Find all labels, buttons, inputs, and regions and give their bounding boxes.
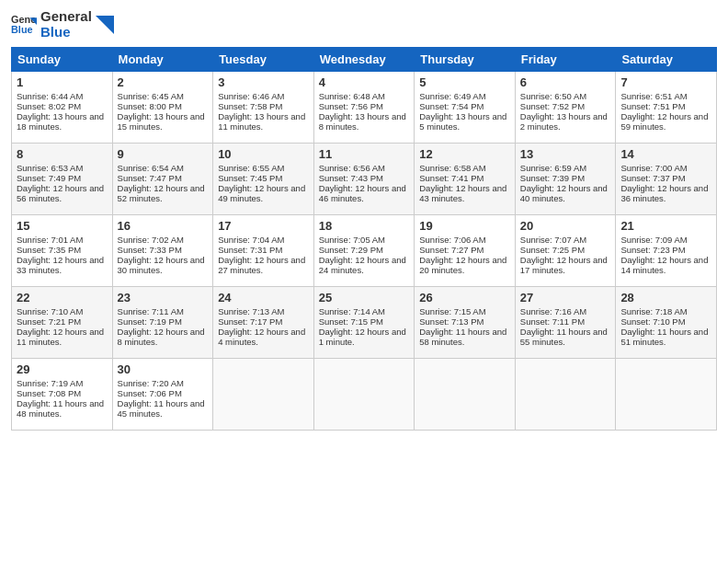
svg-text:Blue: Blue [11,24,33,35]
day-info: Sunset: 7:13 PM [419,316,510,327]
day-cell: 10Sunrise: 6:55 AMSunset: 7:45 PMDayligh… [213,144,314,215]
header: General Blue General Blue [11,9,717,40]
day-cell: 28Sunrise: 7:18 AMSunset: 7:10 PMDayligh… [616,287,717,359]
day-info: Sunset: 8:00 PM [118,101,209,111]
day-info: Sunset: 7:47 PM [118,173,209,183]
day-info: Daylight: 12 hours and 59 minutes. [620,111,711,132]
day-info: Daylight: 12 hours and 11 minutes. [17,327,108,347]
day-info: Daylight: 12 hours and 8 minutes. [118,327,209,347]
header-row: SundayMondayTuesdayWednesdayThursdayFrid… [12,48,717,72]
day-cell [313,359,415,431]
logo-blue: Blue [40,25,92,40]
day-info: Sunrise: 6:48 AM [319,91,410,101]
day-info: Sunset: 7:51 PM [620,101,711,111]
day-cell: 3Sunrise: 6:46 AMSunset: 7:58 PMDaylight… [213,72,314,144]
day-info: Sunrise: 7:01 AM [17,235,108,245]
day-info: Sunset: 7:52 PM [520,101,611,111]
day-info: Daylight: 13 hours and 2 minutes. [520,111,611,132]
logo-general: General [40,9,92,25]
day-info: Daylight: 12 hours and 30 minutes. [118,255,209,275]
col-header-saturday: Saturday [616,48,717,72]
day-number: 6 [520,75,611,89]
day-info: Sunset: 7:58 PM [218,101,309,111]
day-info: Sunrise: 7:05 AM [319,235,410,245]
day-info: Daylight: 11 hours and 48 minutes. [17,398,108,419]
day-number: 13 [520,147,611,161]
day-info: Sunset: 7:25 PM [520,245,611,255]
day-info: Sunset: 7:08 PM [17,388,108,398]
logo: General Blue General Blue [11,9,114,40]
day-number: 12 [419,147,510,161]
day-info: Sunrise: 6:55 AM [218,163,309,173]
day-info: Sunrise: 6:49 AM [419,91,510,101]
day-info: Sunset: 7:49 PM [17,173,108,183]
day-info: Sunset: 7:29 PM [319,245,410,255]
day-cell: 14Sunrise: 7:00 AMSunset: 7:37 PMDayligh… [616,144,717,215]
day-info: Sunrise: 7:06 AM [419,235,510,245]
day-number: 3 [218,75,309,89]
day-cell: 17Sunrise: 7:04 AMSunset: 7:31 PMDayligh… [213,215,314,287]
day-cell [415,359,516,431]
day-info: Daylight: 12 hours and 33 minutes. [17,255,108,275]
day-number: 20 [520,219,611,233]
day-info: Daylight: 12 hours and 20 minutes. [419,255,510,275]
day-cell: 5Sunrise: 6:49 AMSunset: 7:54 PMDaylight… [415,72,516,144]
day-cell: 30Sunrise: 7:20 AMSunset: 7:06 PMDayligh… [112,359,213,431]
day-info: Daylight: 12 hours and 17 minutes. [520,255,611,275]
day-info: Sunrise: 7:19 AM [17,378,108,388]
day-info: Sunrise: 6:45 AM [118,91,209,101]
week-row-3: 15Sunrise: 7:01 AMSunset: 7:35 PMDayligh… [12,215,717,287]
day-cell: 18Sunrise: 7:05 AMSunset: 7:29 PMDayligh… [313,215,415,287]
day-info: Sunrise: 6:46 AM [218,91,309,101]
day-info: Sunrise: 6:54 AM [118,163,209,173]
day-number: 17 [218,219,309,233]
day-info: Sunrise: 7:04 AM [218,235,309,245]
day-number: 15 [17,219,108,233]
day-info: Sunset: 7:33 PM [118,245,209,255]
col-header-friday: Friday [515,48,616,72]
day-info: Sunrise: 6:59 AM [520,163,611,173]
day-number: 16 [118,219,209,233]
day-info: Daylight: 11 hours and 58 minutes. [419,327,510,347]
col-header-sunday: Sunday [12,48,113,72]
day-cell: 11Sunrise: 6:56 AMSunset: 7:43 PMDayligh… [313,144,415,215]
day-number: 4 [319,75,410,89]
day-info: Sunrise: 6:50 AM [520,91,611,101]
day-number: 11 [319,147,410,161]
day-info: Daylight: 13 hours and 18 minutes. [17,111,108,132]
day-number: 22 [17,291,108,304]
day-cell [515,359,616,431]
day-cell: 25Sunrise: 7:14 AMSunset: 7:15 PMDayligh… [313,287,415,359]
day-info: Daylight: 12 hours and 40 minutes. [520,183,611,203]
day-info: Sunset: 7:31 PM [218,245,309,255]
day-cell: 1Sunrise: 6:44 AMSunset: 8:02 PMDaylight… [12,72,113,144]
day-info: Sunset: 7:35 PM [17,245,108,255]
day-info: Sunrise: 7:00 AM [620,163,711,173]
day-info: Sunset: 7:45 PM [218,173,309,183]
day-info: Daylight: 11 hours and 55 minutes. [520,327,611,347]
day-number: 5 [419,75,510,89]
day-info: Sunset: 7:54 PM [419,101,510,111]
day-cell: 15Sunrise: 7:01 AMSunset: 7:35 PMDayligh… [12,215,113,287]
day-info: Daylight: 12 hours and 56 minutes. [17,183,108,203]
day-number: 1 [17,75,108,89]
day-info: Sunset: 7:17 PM [218,316,309,327]
day-info: Sunrise: 7:14 AM [319,306,410,316]
day-cell: 4Sunrise: 6:48 AMSunset: 7:56 PMDaylight… [313,72,415,144]
day-info: Sunset: 7:21 PM [17,316,108,327]
day-cell: 16Sunrise: 7:02 AMSunset: 7:33 PMDayligh… [112,215,213,287]
day-cell: 13Sunrise: 6:59 AMSunset: 7:39 PMDayligh… [515,144,616,215]
col-header-monday: Monday [112,48,213,72]
day-info: Sunset: 7:56 PM [319,101,410,111]
day-info: Sunset: 7:41 PM [419,173,510,183]
day-cell [616,359,717,431]
day-number: 29 [17,362,108,376]
day-number: 26 [419,291,510,304]
day-info: Sunrise: 7:20 AM [118,378,209,388]
logo-arrow-icon [96,16,114,34]
day-info: Daylight: 12 hours and 4 minutes. [218,327,309,347]
svg-marker-3 [96,16,114,34]
day-info: Daylight: 12 hours and 36 minutes. [620,183,711,203]
day-info: Sunset: 8:02 PM [17,101,108,111]
day-info: Sunset: 7:27 PM [419,245,510,255]
